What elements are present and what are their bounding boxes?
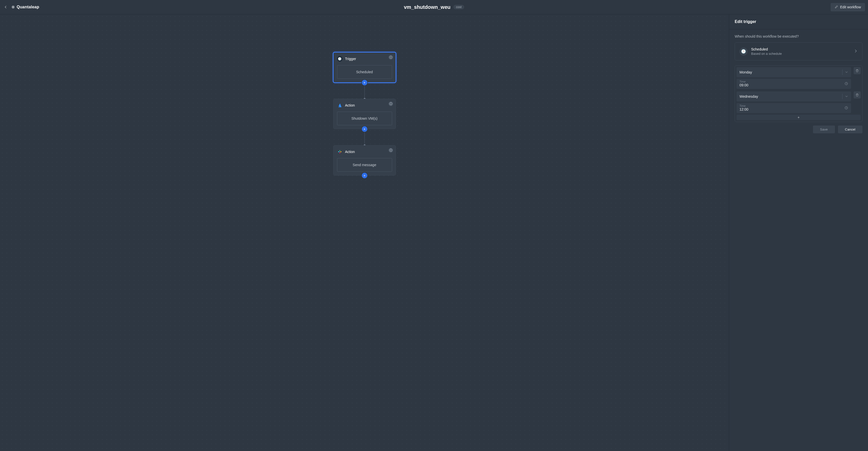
chevron-right-icon [854,49,858,54]
topbar-center: vm_shutdown_weu cost [404,4,464,10]
canvas-inner: ⓘ 🕒 Trigger Scheduled + ⓘ [329,52,400,181]
back-icon[interactable] [3,4,8,10]
node-title: Action [345,150,355,154]
clock-icon: 🕒 [740,48,748,56]
day-select[interactable]: Wednesday [737,91,851,101]
workflow-title: vm_shutdown_weu [404,4,451,10]
node-box[interactable]: Scheduled [337,65,392,79]
add-step-button[interactable]: + [362,173,367,178]
time-field[interactable]: Time 09:00 [737,79,851,89]
node-title: Trigger [345,57,356,61]
delete-schedule-button[interactable] [854,67,861,74]
trigger-type-name: Scheduled [751,47,850,51]
trailing-add: + [329,173,400,178]
node-stack-action-slack: ⓘ Action Send message [329,145,400,176]
schedule-item: Monday Time 09:00 [737,67,861,89]
schedule-group: Monday Time 09:00 [735,65,863,122]
svg-point-0 [13,7,13,7]
main: ⓘ 🕒 Trigger Scheduled + ⓘ [0,14,868,451]
time-field-label: Time [740,104,748,107]
time-field[interactable]: Time 12:00 [737,103,851,113]
edit-trigger-panel: Edit trigger When should this workflow b… [729,14,868,451]
chevron-down-icon [845,70,848,74]
clock-icon [844,82,848,86]
brand-name: Quantaleap [17,5,39,9]
topbar: Quantaleap vm_shutdown_weu cost Edit wor… [0,0,868,14]
node-head: 🕒 Trigger [337,56,392,62]
workflow-canvas[interactable]: ⓘ 🕒 Trigger Scheduled + ⓘ [0,14,729,451]
panel-title: Edit trigger [729,14,868,29]
workflow-tag: cost [454,5,464,9]
panel-body: When should this workflow be executed? 🕒… [729,29,868,139]
cancel-button[interactable]: Cancel [838,125,863,133]
add-step-button[interactable]: + [362,80,367,85]
info-icon[interactable]: ⓘ [389,148,393,152]
clock-icon: 🕒 [337,56,343,62]
clock-icon [844,106,848,110]
node-box[interactable]: Send message [337,158,392,172]
svg-rect-6 [339,150,340,151]
time-field-label: Time [740,80,748,83]
node-head: Action [337,102,392,108]
svg-rect-4 [338,151,339,152]
trigger-type-card[interactable]: 🕒 Scheduled Based on a schedule [735,42,863,60]
info-icon[interactable]: ⓘ [389,55,393,60]
trigger-type-subtitle: Based on a schedule [751,52,850,56]
edit-workflow-button[interactable]: Edit workflow [831,3,865,11]
add-step-button[interactable]: + [362,126,367,132]
svg-rect-7 [339,152,340,153]
time-field-value: 12:00 [740,107,748,112]
chevron-down-icon [845,94,848,98]
save-button[interactable]: Save [813,125,835,133]
panel-footer: Save Cancel [735,125,863,133]
topbar-right: Edit workflow [831,3,865,11]
node-stack-trigger: ⓘ 🕒 Trigger Scheduled [329,52,400,83]
schedule-item: Wednesday Time 12:00 [737,91,861,113]
node-title: Action [345,103,355,107]
day-select[interactable]: Monday [737,67,851,77]
svg-rect-5 [340,151,341,152]
node-trigger[interactable]: ⓘ 🕒 Trigger Scheduled [333,52,396,83]
trigger-type-meta: Scheduled Based on a schedule [751,47,850,56]
day-select-value: Wednesday [740,94,840,98]
brand-logo-icon [11,5,15,9]
day-select-value: Monday [740,70,840,74]
connector: + [329,83,400,99]
node-box[interactable]: Shutdown VM(s) [337,112,392,125]
panel-question: When should this workflow be executed? [735,34,863,38]
azure-icon [337,102,343,108]
node-action-slack[interactable]: ⓘ Action Send message [333,145,396,176]
edit-workflow-button-label: Edit workflow [840,5,861,9]
edit-icon [835,5,838,9]
info-icon[interactable]: ⓘ [389,101,393,106]
brand[interactable]: Quantaleap [11,5,39,9]
add-schedule-row-button[interactable] [737,115,861,120]
node-action-azure[interactable]: ⓘ Action Shutdown VM(s) [333,99,396,129]
connector: + [329,129,400,145]
slack-icon [337,149,343,154]
node-head: Action [337,149,392,154]
time-field-value: 09:00 [740,83,748,87]
delete-schedule-button[interactable] [854,91,861,98]
node-stack-action-azure: ⓘ Action Shutdown VM(s) [329,99,400,129]
